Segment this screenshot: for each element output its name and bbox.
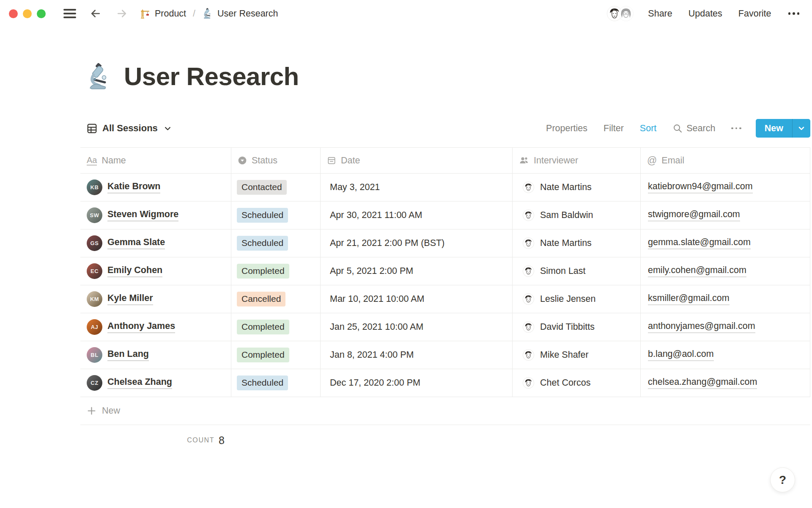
email-cell[interactable]: chelsea.zhang@gmail.com	[641, 369, 810, 397]
minimize-window-button[interactable]	[23, 9, 32, 18]
column-header-date[interactable]: Date	[321, 148, 513, 173]
view-switcher[interactable]: All Sessions	[80, 123, 172, 134]
table-row[interactable]: AJ Anthony James Completed Jan 25, 2021 …	[80, 313, 810, 341]
interviewer-cell[interactable]: Nate Martins	[513, 229, 641, 257]
name-cell[interactable]: CZ Chelsea Zhang	[80, 369, 231, 397]
sidebar-menu-icon[interactable]	[63, 9, 76, 18]
traffic-lights	[9, 9, 46, 18]
back-arrow-icon[interactable]	[89, 7, 102, 20]
date-cell[interactable]: Apr 30, 2021 11:00 AM	[321, 202, 513, 229]
filter-button[interactable]: Filter	[604, 123, 624, 134]
person-name[interactable]: Emily Cohen	[107, 265, 162, 277]
collaborator-avatar[interactable]	[618, 6, 634, 21]
search-button[interactable]: Search	[672, 123, 715, 134]
date-cell[interactable]: Dec 17, 2020 2:00 PM	[321, 369, 513, 397]
page-title[interactable]: User Research	[124, 62, 299, 91]
new-entry-dropdown[interactable]	[793, 119, 810, 138]
status-cell[interactable]: Completed	[231, 313, 321, 341]
new-entry-button[interactable]: New	[756, 119, 810, 138]
table-header-row: Aa Name Status Date Interviewer	[80, 147, 810, 174]
name-cell[interactable]: BL Ben Lang	[80, 341, 231, 369]
column-header-interviewer[interactable]: Interviewer	[513, 148, 641, 173]
toolbar-more-icon[interactable]	[731, 127, 741, 130]
status-cell[interactable]: Completed	[231, 257, 321, 285]
column-header-status[interactable]: Status	[231, 148, 321, 173]
status-cell[interactable]: Scheduled	[231, 229, 321, 257]
table-row[interactable]: GS Gemma Slate Scheduled Apr 21, 2021 2:…	[80, 229, 810, 257]
table-row[interactable]: EC Emily Cohen Completed Apr 5, 2021 2:0…	[80, 257, 810, 285]
person-name[interactable]: Anthony James	[107, 321, 175, 333]
person-name[interactable]: Chelsea Zhang	[107, 377, 172, 389]
interviewer-cell[interactable]: Simon Last	[513, 257, 641, 285]
status-cell[interactable]: Scheduled	[231, 202, 321, 229]
name-cell[interactable]: SW Steven Wigmore	[80, 202, 231, 229]
table-row[interactable]: KB Katie Brown Contacted May 3, 2021 Nat…	[80, 174, 810, 202]
email-value[interactable]: chelsea.zhang@gmail.com	[648, 377, 757, 389]
name-cell[interactable]: GS Gemma Slate	[80, 229, 231, 257]
email-value[interactable]: emily.cohen@gmail.com	[648, 265, 746, 277]
email-cell[interactable]: ksmiller@gmail.com	[641, 285, 810, 313]
name-cell[interactable]: AJ Anthony James	[80, 313, 231, 341]
interviewer-cell[interactable]: Leslie Jensen	[513, 285, 641, 313]
name-cell[interactable]: EC Emily Cohen	[80, 257, 231, 285]
breadcrumb-parent[interactable]: Product	[155, 8, 186, 19]
date-cell[interactable]: Jan 25, 2021 10:00 AM	[321, 313, 513, 341]
interviewer-cell[interactable]: Sam Baldwin	[513, 202, 641, 229]
name-cell[interactable]: KB Katie Brown	[80, 174, 231, 201]
person-name[interactable]: Gemma Slate	[107, 237, 165, 249]
email-value[interactable]: ksmiller@gmail.com	[648, 293, 730, 305]
date-cell[interactable]: Apr 21, 2021 2:00 PM (BST)	[321, 229, 513, 257]
email-cell[interactable]: emily.cohen@gmail.com	[641, 257, 810, 285]
breadcrumb-current[interactable]: User Research	[217, 8, 278, 19]
email-value[interactable]: anthonyjames@gmail.com	[648, 321, 755, 333]
favorite-button[interactable]: Favorite	[738, 8, 771, 19]
person-name[interactable]: Katie Brown	[107, 181, 160, 193]
status-cell[interactable]: Scheduled	[231, 369, 321, 397]
name-cell[interactable]: KM Kyle Miller	[80, 285, 231, 313]
email-value[interactable]: stwigmore@gmail.com	[648, 209, 740, 221]
table-row[interactable]: KM Kyle Miller Cancelled Mar 10, 2021 10…	[80, 285, 810, 313]
date-cell[interactable]: May 3, 2021	[321, 174, 513, 201]
new-entry-label[interactable]: New	[756, 119, 792, 138]
email-cell[interactable]: katiebrown94@gmail.com	[641, 174, 810, 201]
person-name[interactable]: Steven Wigmore	[107, 209, 178, 221]
status-cell[interactable]: Contacted	[231, 174, 321, 201]
column-label: Email	[661, 155, 684, 166]
email-value[interactable]: katiebrown94@gmail.com	[648, 181, 753, 193]
status-cell[interactable]: Completed	[231, 341, 321, 369]
sort-button[interactable]: Sort	[640, 123, 656, 134]
email-cell[interactable]: b.lang@aol.com	[641, 341, 810, 369]
add-row-button[interactable]: New	[80, 397, 810, 425]
email-value[interactable]: b.lang@aol.com	[648, 349, 714, 361]
help-button[interactable]: ?	[770, 467, 795, 492]
date-cell[interactable]: Apr 5, 2021 2:00 PM	[321, 257, 513, 285]
properties-button[interactable]: Properties	[546, 123, 587, 134]
status-cell[interactable]: Cancelled	[231, 285, 321, 313]
interviewer-cell[interactable]: Chet Corcos	[513, 369, 641, 397]
interviewer-cell[interactable]: Nate Martins	[513, 174, 641, 201]
close-window-button[interactable]	[9, 9, 18, 18]
forward-arrow-icon[interactable]	[115, 7, 129, 20]
column-header-email[interactable]: @ Email	[641, 148, 810, 173]
table-row[interactable]: CZ Chelsea Zhang Scheduled Dec 17, 2020 …	[80, 369, 810, 397]
interviewer-cell[interactable]: Mike Shafer	[513, 341, 641, 369]
table-row[interactable]: BL Ben Lang Completed Jan 8, 2021 4:00 P…	[80, 341, 810, 369]
table-row[interactable]: SW Steven Wigmore Scheduled Apr 30, 2021…	[80, 202, 810, 229]
microscope-icon-large[interactable]	[86, 63, 113, 90]
date-cell[interactable]: Mar 10, 2021 10:00 AM	[321, 285, 513, 313]
updates-button[interactable]: Updates	[689, 8, 722, 19]
share-button[interactable]: Share	[648, 8, 672, 19]
date-cell[interactable]: Jan 8, 2021 4:00 PM	[321, 341, 513, 369]
person-name[interactable]: Kyle Miller	[107, 293, 153, 305]
interviewer-cell[interactable]: David Tibbitts	[513, 313, 641, 341]
more-options-icon[interactable]	[788, 12, 800, 15]
email-cell[interactable]: gemma.slate@gmail.com	[641, 229, 810, 257]
person-name[interactable]: Ben Lang	[107, 349, 149, 361]
interviewer-avatar	[523, 182, 534, 193]
email-value[interactable]: gemma.slate@gmail.com	[648, 237, 751, 249]
column-header-name[interactable]: Aa Name	[80, 148, 231, 173]
email-cell[interactable]: stwigmore@gmail.com	[641, 202, 810, 229]
zoom-window-button[interactable]	[37, 9, 46, 18]
count-calculation[interactable]: COUNT 8	[80, 425, 231, 456]
email-cell[interactable]: anthonyjames@gmail.com	[641, 313, 810, 341]
